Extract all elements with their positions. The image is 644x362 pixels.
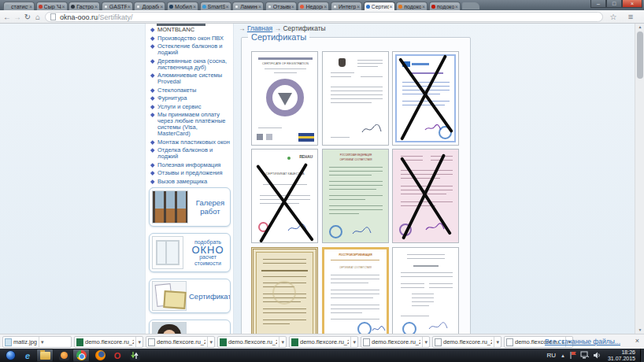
certificate-rosstroy[interactable]: РОССТРОЙСЕРТИФИКАЦИЯ СЕРТИФИКАТ СООТВЕТС… bbox=[322, 247, 389, 334]
taskbar-opera[interactable]: O bbox=[109, 349, 126, 362]
tab-close-icon[interactable]: × bbox=[193, 4, 196, 9]
certificates-widget[interactable]: Сертификаты bbox=[149, 279, 231, 313]
download-item-html-3[interactable]: demo.flexcore.ru_2...html▾ bbox=[432, 336, 502, 348]
sidebar-item-oplata[interactable]: Мы принимаем оплату через любые платёжны… bbox=[150, 112, 231, 137]
tab-nedorogie[interactable]: Недорогие× bbox=[298, 2, 329, 10]
sidebar-item-furnitura[interactable]: Фурнитура bbox=[150, 95, 231, 102]
certificate-bsi-registration[interactable]: CERTIFICATE OF REGISTRATION bbox=[251, 51, 318, 146]
tab-dorabotki[interactable]: Доработки× bbox=[134, 2, 165, 10]
vertical-scrollbar[interactable]: ▲ ▼ bbox=[635, 24, 644, 334]
download-caret-icon[interactable]: ▾ bbox=[39, 337, 44, 347]
show-all-downloads-link[interactable]: Все скачанные файлы... bbox=[545, 338, 620, 345]
tab-podokonniki-1[interactable]: подоконни× bbox=[396, 2, 427, 10]
tab-close-icon[interactable]: × bbox=[390, 4, 393, 9]
download-caret-icon[interactable]: ▾ bbox=[350, 337, 356, 347]
download-item-csv-3[interactable]: demo.flexcore.ru_29....csv▾ bbox=[289, 336, 358, 348]
sidebar-item-osteklenie[interactable]: Остекление балконов и лоджий bbox=[150, 43, 231, 56]
tab-close-icon[interactable]: × bbox=[226, 4, 229, 9]
tab-podokonniki-2[interactable]: подоконни× bbox=[429, 2, 461, 10]
bookmark-star-icon[interactable]: ☆ bbox=[608, 12, 619, 22]
menu-icon[interactable]: ≡ bbox=[625, 12, 636, 22]
sidebar-item-vyzov-zamershika[interactable]: Вызов замерщика bbox=[150, 179, 231, 185]
download-item-csv-1[interactable]: demo.flexcore.ru_29....csv▾ bbox=[74, 336, 143, 348]
certificate-crossed-pink[interactable] bbox=[392, 149, 459, 243]
download-caret-icon[interactable]: ▾ bbox=[422, 337, 427, 347]
download-caret-icon[interactable]: ▾ bbox=[494, 337, 499, 347]
show-desktop-button[interactable] bbox=[640, 349, 644, 362]
sidebar-item-poleznaya-informaciya[interactable]: Полезная информация bbox=[150, 162, 231, 168]
taskbar-firefox[interactable] bbox=[91, 349, 109, 362]
tab-mobilnyy[interactable]: Мобильный× bbox=[167, 2, 198, 10]
tab-syr-chanah[interactable]: Сыр 'Чанах'× bbox=[36, 2, 68, 10]
sidebar-item-uslugi[interactable]: Услуги и сервис bbox=[150, 104, 231, 110]
gallery-widget[interactable]: Галерея работ bbox=[149, 187, 231, 227]
online-consultant-widget[interactable]: ONLINE bbox=[149, 320, 231, 334]
taskbar-internet-explorer[interactable]: e bbox=[19, 349, 36, 362]
address-bar[interactable]: okna-ooo.ru/Sertifikaty/ bbox=[45, 12, 603, 22]
maximize-button[interactable]: □ bbox=[606, 0, 622, 8]
window-calculator-widget[interactable]: подобрать ОКНО расчет стоимости bbox=[149, 233, 231, 272]
hidden-icons-chevron[interactable]: ▲ bbox=[561, 353, 565, 358]
download-item-html-1[interactable]: demo.flexcore.ru_2...html▾ bbox=[146, 336, 215, 348]
sidebar-item-derevyannye-okna[interactable]: Деревянные окна (сосна, лиственница дуб) bbox=[150, 58, 231, 71]
new-tab-button[interactable] bbox=[462, 2, 479, 9]
tab-gastronom[interactable]: Гастроном× bbox=[68, 2, 100, 10]
download-caret-icon[interactable]: ▾ bbox=[279, 337, 284, 347]
tab-smartsolutions[interactable]: SmartSoluti× bbox=[200, 2, 231, 10]
volume-icon[interactable] bbox=[593, 351, 601, 360]
tab-close-icon[interactable]: × bbox=[357, 4, 360, 9]
scroll-up-icon[interactable]: ▲ bbox=[635, 24, 644, 31]
tab-close-icon[interactable]: × bbox=[29, 4, 32, 9]
taskbar-chrome[interactable] bbox=[72, 349, 90, 362]
tab-close-icon[interactable]: × bbox=[128, 4, 131, 9]
sidebar-item-otdelka[interactable]: Отделка балконов и лоджий bbox=[150, 147, 231, 160]
minimize-button[interactable]: – bbox=[590, 0, 606, 8]
tab-close-icon[interactable]: × bbox=[455, 4, 458, 9]
tab-otzyvy[interactable]: Отзывы× bbox=[265, 2, 297, 10]
sidebar-item-provedal[interactable]: Алюминиевые системы Provedal bbox=[150, 72, 231, 85]
certificate-conformity-green[interactable]: РОССИЙСКАЯ ФЕДЕРАЦИЯ СЕРТИФИКАТ СООТВЕТС… bbox=[322, 149, 389, 243]
taskbar-windows-explorer[interactable] bbox=[36, 349, 54, 362]
tab-close-icon[interactable]: × bbox=[258, 4, 261, 9]
tab-gastrono[interactable]: GASTRONO× bbox=[102, 2, 133, 10]
scrollbar-thumb[interactable] bbox=[637, 31, 643, 79]
tab-close-icon[interactable]: × bbox=[94, 4, 98, 9]
tab-integracii[interactable]: Интеграци× bbox=[331, 2, 362, 10]
certificate-sanitary-ornate[interactable] bbox=[251, 247, 318, 334]
close-shelf-icon[interactable]: × bbox=[635, 337, 639, 345]
certificate-gosstroy-letter[interactable] bbox=[322, 51, 389, 146]
download-item-html-2[interactable]: demo.flexcore.ru_2...html▾ bbox=[361, 336, 430, 348]
download-item-matiz[interactable]: matiz.jpg▾ bbox=[2, 336, 72, 348]
sidebar-item-montblanc[interactable]: MONTBLANC bbox=[150, 27, 231, 33]
language-indicator[interactable]: RU bbox=[546, 352, 556, 359]
sidebar-item-otzyvy[interactable]: Отзывы и предложения bbox=[150, 170, 231, 176]
tab-close-icon[interactable]: × bbox=[62, 4, 65, 9]
network-icon[interactable] bbox=[580, 351, 590, 360]
tab-close-icon[interactable]: × bbox=[422, 4, 425, 9]
start-button[interactable] bbox=[2, 349, 19, 362]
sidebar-item-montazh[interactable]: Монтаж пластиковых окон bbox=[150, 139, 231, 146]
certificate-attachment[interactable] bbox=[392, 247, 459, 334]
sidebar-item-proizvodstvo-pvh[interactable]: Производство окон ПВХ bbox=[150, 35, 231, 42]
forward-icon[interactable]: → bbox=[12, 12, 23, 22]
certificate-crossed-blue[interactable] bbox=[392, 51, 459, 146]
sidebar-item-steklopakety[interactable]: Стеклопакеты bbox=[150, 87, 231, 94]
taskbar-media-player[interactable] bbox=[55, 349, 72, 362]
download-caret-icon[interactable]: ▾ bbox=[207, 337, 213, 347]
close-button[interactable]: × bbox=[622, 0, 642, 8]
tab-close-icon[interactable]: × bbox=[291, 4, 294, 9]
download-item-csv-2[interactable]: demo.flexcore.ru_29....csv▾ bbox=[217, 336, 287, 348]
tab-statistika[interactable]: статистика× bbox=[3, 2, 35, 10]
reload-icon[interactable]: ↻ bbox=[22, 12, 33, 22]
download-caret-icon[interactable]: ▾ bbox=[135, 337, 141, 347]
scroll-down-icon[interactable]: ▼ bbox=[635, 327, 644, 334]
certificate-rehau-quality[interactable]: REHAU СЕРТИФИКАТ КАЧЕСТВА bbox=[251, 149, 318, 243]
back-icon[interactable]: ← bbox=[2, 12, 13, 22]
breadcrumb-home-link[interactable]: Главная bbox=[247, 24, 272, 32]
home-icon[interactable]: ⌂ bbox=[32, 12, 43, 22]
tab-sertifikaty-active[interactable]: Сертифика× bbox=[364, 2, 395, 10]
tab-close-icon[interactable]: × bbox=[324, 4, 327, 9]
tab-laminirovanie[interactable]: Ламиниро× bbox=[232, 2, 264, 10]
taskbar-download-manager[interactable] bbox=[126, 349, 143, 362]
clock[interactable]: 18:26 31.07.2015 bbox=[608, 349, 635, 362]
